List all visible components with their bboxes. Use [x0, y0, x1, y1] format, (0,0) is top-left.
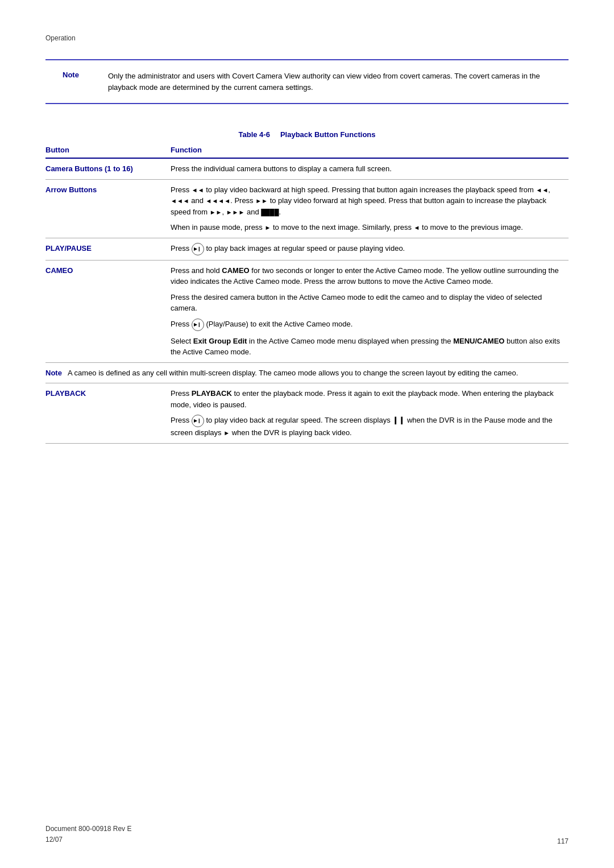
footer-doc-line1: Document 800-00918 Rev E [45, 824, 131, 834]
table-section: Table 4-6 Playback Button Functions Butt… [45, 127, 569, 444]
row-function-text: Press ▶❙ to play back images at regular … [171, 238, 569, 260]
table-row: PLAY/PAUSE Press ▶❙ to play back images … [45, 238, 569, 260]
page: Operation Note Only the administrator an… [0, 0, 614, 868]
note-text: Only the administrator and users with Co… [108, 71, 551, 93]
row-function-text: Press the individual camera buttons to d… [171, 158, 569, 179]
table-number: Table 4-6 [238, 130, 269, 139]
row-function-text: Press PLAYBACK to enter the playback mod… [171, 383, 569, 444]
playback-table: Button Function Camera Buttons (1 to 16)… [45, 142, 569, 444]
play-pause-icon: ▶❙ [192, 243, 204, 255]
row-button-label: Arrow Buttons [45, 179, 171, 238]
table-row: CAMEO Press and hold CAMEO for two secon… [45, 260, 569, 362]
row-button-label: Camera Buttons (1 to 16) [45, 158, 171, 179]
table-name-label: Playback Button Functions [280, 130, 376, 139]
table-title: Table 4-6 Playback Button Functions [45, 127, 569, 142]
play-pause-icon-cameo: ▶❙ [192, 319, 204, 331]
breadcrumb: Operation [45, 34, 569, 42]
row-function-text: Press and hold CAMEO for two seconds or … [171, 260, 569, 362]
footer-doc-info: Document 800-00918 Rev E 12/07 [45, 824, 131, 845]
play-pause-icon-playback: ▶❙ [192, 415, 204, 427]
col-button-header: Button [45, 142, 171, 158]
col-function-header: Function [171, 142, 569, 158]
note-inline-text: A cameo is defined as any cell within mu… [68, 369, 518, 377]
note-label: Note [63, 71, 91, 79]
table-row: PLAYBACK Press PLAYBACK to enter the pla… [45, 383, 569, 444]
table-note-row: Note A cameo is defined as any cell with… [45, 362, 569, 383]
footer: Document 800-00918 Rev E 12/07 117 [45, 824, 569, 845]
note-box: Note Only the administrator and users wi… [45, 59, 569, 104]
row-button-label: PLAYBACK [45, 383, 171, 444]
note-inline-label: Note [45, 369, 62, 377]
table-row: Arrow Buttons Press ◄◄ to play video bac… [45, 179, 569, 238]
row-button-label: PLAY/PAUSE [45, 238, 171, 260]
table-row: Camera Buttons (1 to 16) Press the indiv… [45, 158, 569, 179]
row-button-label: CAMEO [45, 260, 171, 362]
row-function-text: Press ◄◄ to play video backward at high … [171, 179, 569, 238]
footer-page-number: 117 [557, 837, 569, 845]
footer-doc-line2: 12/07 [45, 834, 131, 845]
